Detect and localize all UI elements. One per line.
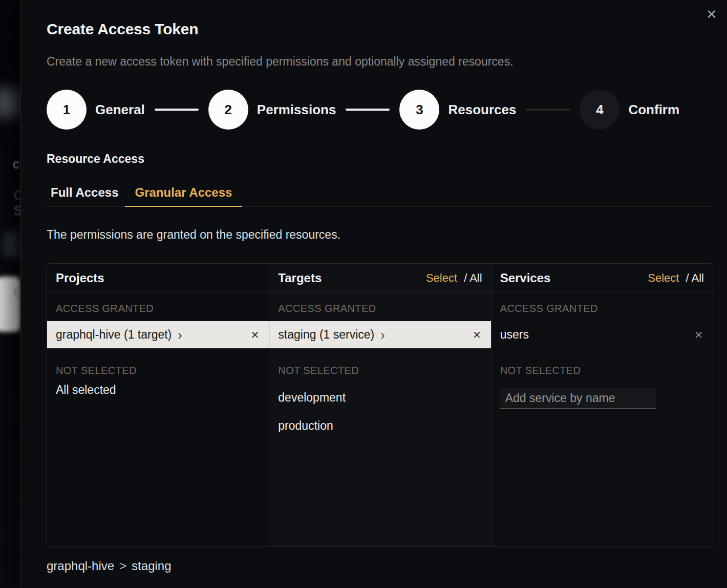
breadcrumb-separator-icon: >	[119, 559, 126, 573]
backdrop-page: c C S C	[0, 0, 20, 588]
step-number-badge: 3	[399, 90, 439, 130]
targets-select-link[interactable]: Select	[426, 271, 457, 284]
step-confirm[interactable]: 4 Confirm	[580, 90, 679, 130]
add-service-input[interactable]	[500, 388, 656, 409]
granted-service-row[interactable]: users ✕	[491, 321, 713, 348]
resource-access-heading: Resource Access	[47, 152, 144, 166]
dialog-title: Create Access Token	[47, 20, 198, 38]
breadcrumb-target: staging	[132, 559, 171, 573]
services-column-title: Services	[500, 271, 551, 285]
granted-service-label: users	[500, 328, 529, 342]
tab-full-access[interactable]: Full Access	[47, 183, 123, 207]
breadcrumb-project: graphql-hive	[47, 559, 114, 573]
step-label: Confirm	[628, 102, 679, 118]
step-label: General	[95, 102, 145, 118]
services-select-links: Select / All	[648, 271, 704, 285]
not-selected-label: NOT SELECTED	[56, 364, 260, 377]
granted-project-label: graphql-hive (1 target)	[56, 328, 172, 342]
not-selected-label: NOT SELECTED	[278, 364, 482, 377]
remove-project-icon[interactable]: ✕	[249, 328, 262, 342]
granted-target-row[interactable]: staging (1 service) › ✕	[269, 321, 490, 348]
backdrop-text-fragment: S	[14, 203, 20, 219]
selection-breadcrumb: graphql-hive>staging	[47, 559, 172, 573]
step-number-badge: 4	[580, 90, 619, 130]
targets-select-links: Select / All	[426, 271, 482, 285]
backdrop-text-fragment: C	[13, 285, 20, 301]
services-column-header: Services Select / All	[491, 264, 713, 292]
services-select-link[interactable]: Select	[648, 271, 679, 284]
granted-project-row[interactable]: graphql-hive (1 target) › ✕	[47, 321, 269, 348]
targets-column-header: Targets Select / All	[269, 264, 490, 292]
granular-access-description: The permissions are granted on the speci…	[47, 228, 340, 242]
target-options: development production	[269, 384, 490, 440]
targets-select-all-link[interactable]: / All	[464, 271, 482, 284]
projects-column: Projects ACCESS GRANTED graphql-hive (1 …	[47, 264, 269, 547]
tab-granular-access[interactable]: Granular Access	[125, 183, 243, 207]
granted-target-label: staging (1 service)	[278, 328, 374, 342]
backdrop-text-fragment: c	[13, 156, 19, 172]
step-number-badge: 1	[47, 90, 87, 130]
step-permissions[interactable]: 2 Permissions	[208, 90, 336, 130]
access-granted-label: ACCESS GRANTED	[278, 302, 482, 315]
target-option-production[interactable]: production	[269, 412, 490, 440]
wizard-stepper: 1 General 2 Permissions 3 Resources 4 Co…	[47, 89, 679, 130]
services-column: Services Select / All ACCESS GRANTED use…	[491, 264, 713, 547]
step-connector	[346, 109, 390, 111]
projects-column-header: Projects	[47, 264, 269, 292]
chevron-right-icon: ›	[380, 328, 385, 342]
targets-column: Targets Select / All ACCESS GRANTED stag…	[269, 264, 490, 547]
remove-target-icon[interactable]: ✕	[471, 328, 483, 342]
step-connector	[155, 109, 199, 111]
services-select-all-link[interactable]: / All	[686, 271, 704, 284]
all-selected-note: All selected	[56, 382, 260, 397]
remove-service-icon[interactable]: ✕	[692, 328, 705, 342]
step-resources[interactable]: 3 Resources	[399, 90, 516, 130]
create-access-token-dialog: ✕ Create Access Token Create a new acces…	[20, 0, 727, 588]
access-granted-label: ACCESS GRANTED	[500, 302, 704, 315]
backdrop-text-fragment: C	[14, 187, 20, 203]
targets-column-title: Targets	[278, 271, 322, 285]
backdrop-blur-blob	[0, 88, 19, 118]
backdrop-blur-blob	[3, 232, 19, 257]
projects-column-title: Projects	[56, 271, 104, 285]
access-mode-tabs: Full Access Granular Access	[47, 183, 713, 207]
step-number-badge: 2	[208, 90, 248, 130]
close-icon[interactable]: ✕	[702, 5, 721, 24]
step-connector	[526, 109, 570, 111]
step-general[interactable]: 1 General	[47, 90, 145, 130]
step-label: Permissions	[257, 102, 336, 118]
chevron-right-icon: ›	[178, 328, 182, 342]
target-option-development[interactable]: development	[269, 384, 490, 412]
dialog-subtitle: Create a new access token with specified…	[47, 55, 514, 69]
resource-picker-table: Projects ACCESS GRANTED graphql-hive (1 …	[47, 263, 713, 547]
access-granted-label: ACCESS GRANTED	[56, 302, 260, 315]
not-selected-label: NOT SELECTED	[500, 364, 704, 377]
step-label: Resources	[448, 102, 516, 118]
